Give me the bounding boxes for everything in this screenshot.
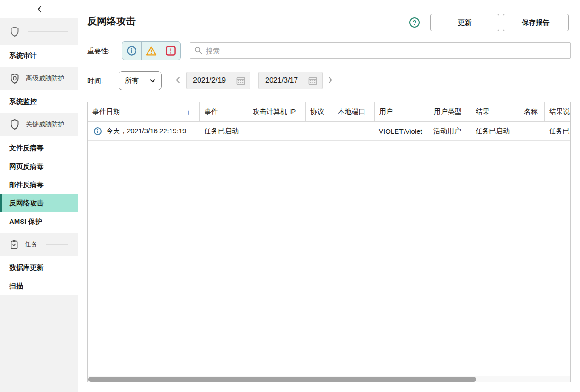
next-period-button[interactable] bbox=[328, 76, 333, 85]
search-icon bbox=[194, 46, 202, 54]
scrollbar-thumb[interactable] bbox=[88, 377, 476, 382]
sidebar-item-database-update[interactable]: 数据库更新 bbox=[0, 258, 78, 277]
save-report-button[interactable]: 保存报告 bbox=[503, 14, 569, 31]
sidebar-item-label: 扫描 bbox=[9, 282, 23, 290]
cell-user: VIOLET\Violet bbox=[374, 127, 429, 135]
sidebar-item-file-antivirus[interactable]: 文件反病毒 bbox=[0, 139, 78, 157]
table-row[interactable]: 今天，2021/3/16 22:19:19 任务已启动 VIOLET\Viole… bbox=[88, 122, 571, 141]
column-header-result[interactable]: 结果 bbox=[471, 102, 519, 121]
sidebar-item-mail-antivirus[interactable]: 邮件反病毒 bbox=[0, 176, 78, 194]
sidebar-item-label: 反网络攻击 bbox=[9, 199, 44, 208]
column-header-result-description[interactable]: 结果说明 bbox=[544, 102, 571, 121]
sidebar-item-label: 网页反病毒 bbox=[9, 162, 44, 171]
cell-result-description: 任务已启动 bbox=[544, 127, 571, 136]
cell-user-type: 活动用户 bbox=[429, 127, 471, 136]
help-glyph: ? bbox=[413, 19, 417, 26]
sidebar-item-label: 高级威胁防护 bbox=[26, 74, 64, 83]
sidebar-footer bbox=[0, 295, 78, 392]
date-from-field[interactable]: 2021/2/19 bbox=[186, 72, 250, 89]
severity-warning-filter-button[interactable] bbox=[141, 42, 160, 60]
column-header-user[interactable]: 用户 bbox=[374, 102, 429, 121]
severity-filter-group bbox=[122, 41, 181, 60]
sidebar-item-amsi-protection[interactable]: AMSI 保护 bbox=[0, 212, 78, 231]
column-header-attacker-ip[interactable]: 攻击计算机 IP bbox=[248, 102, 305, 121]
shield-badge-icon bbox=[10, 73, 19, 84]
sidebar-item-label: 数据库更新 bbox=[9, 263, 44, 272]
sidebar-item-label: 文件反病毒 bbox=[9, 144, 44, 153]
date-to-value: 2021/3/17 bbox=[265, 76, 298, 85]
date-to-field[interactable]: 2021/3/17 bbox=[258, 72, 323, 89]
sidebar-item-label: 邮件反病毒 bbox=[9, 181, 44, 189]
sidebar-item-system-audit[interactable]: 系统审计 bbox=[0, 45, 78, 67]
severity-info-filter-button[interactable] bbox=[122, 42, 141, 60]
column-header-protocol[interactable]: 协议 bbox=[305, 102, 333, 121]
sidebar-item-critical-threat-protection[interactable]: 关键威胁防护 bbox=[0, 113, 78, 136]
section-divider bbox=[28, 31, 68, 32]
help-icon[interactable]: ? bbox=[409, 17, 420, 28]
column-header-event[interactable]: 事件 bbox=[199, 102, 248, 121]
section-divider bbox=[46, 244, 68, 245]
sidebar-item-label: 系统审计 bbox=[9, 51, 37, 60]
info-circle-icon bbox=[126, 45, 137, 56]
clipboard-check-icon bbox=[10, 239, 18, 250]
sidebar: 系统审计 高级威胁防护 系统监控 关键威胁防护 文件反病毒 网页反病毒 邮件反病… bbox=[0, 0, 78, 392]
horizontal-scrollbar[interactable] bbox=[88, 376, 570, 382]
cell-event: 任务已启动 bbox=[199, 127, 248, 136]
severity-critical-filter-button[interactable] bbox=[161, 42, 180, 60]
time-period-dropdown[interactable]: 所有 bbox=[119, 71, 162, 90]
chevron-left-icon bbox=[37, 6, 42, 13]
events-table: 事件日期 ↓ 事件 攻击计算机 IP 协议 本地端口 用户 用户类型 结果 名称… bbox=[87, 102, 571, 382]
sidebar-item-web-antivirus[interactable]: 网页反病毒 bbox=[0, 157, 78, 176]
date-from-value: 2021/2/19 bbox=[193, 76, 226, 85]
sidebar-collapse-button[interactable] bbox=[0, 0, 78, 18]
cell-event-date: 今天，2021/3/16 22:19:19 bbox=[88, 127, 199, 136]
cell-result: 任务已启动 bbox=[471, 127, 519, 136]
importance-label: 重要性: bbox=[87, 47, 110, 56]
sort-descending-icon[interactable]: ↓ bbox=[187, 108, 191, 116]
info-severity-icon bbox=[93, 127, 102, 136]
calendar-icon bbox=[236, 76, 245, 85]
main-content: 反网络攻击 ? 更新 保存报告 重要性: bbox=[78, 0, 580, 392]
shield-icon bbox=[10, 26, 19, 37]
tasks-section-header: 任务 bbox=[0, 233, 78, 256]
sidebar-item-label: 系统监控 bbox=[9, 97, 37, 106]
tasks-section-label: 任务 bbox=[25, 240, 38, 249]
warning-triangle-icon bbox=[146, 46, 157, 56]
sidebar-item-advanced-threat-protection[interactable]: 高级威胁防护 bbox=[0, 67, 78, 90]
sidebar-item-system-monitoring[interactable]: 系统监控 bbox=[0, 90, 78, 113]
previous-period-button[interactable] bbox=[176, 76, 180, 85]
shield-badge-icon bbox=[10, 119, 19, 130]
chevron-right-icon bbox=[328, 76, 333, 84]
calendar-icon bbox=[308, 76, 317, 85]
table-header-row: 事件日期 ↓ 事件 攻击计算机 IP 协议 本地端口 用户 用户类型 结果 名称… bbox=[88, 102, 571, 122]
critical-square-icon bbox=[166, 46, 176, 56]
update-button[interactable]: 更新 bbox=[430, 14, 499, 31]
sidebar-item-scan[interactable]: 扫描 bbox=[0, 277, 78, 295]
time-period-value: 所有 bbox=[125, 76, 139, 85]
search-box bbox=[190, 42, 571, 59]
time-label: 时间: bbox=[87, 77, 103, 85]
sidebar-item-label: AMSI 保护 bbox=[9, 217, 42, 226]
protection-section-header bbox=[0, 18, 78, 45]
chevron-left-icon bbox=[176, 76, 180, 84]
sidebar-item-network-attack-blocker[interactable]: 反网络攻击 bbox=[0, 194, 78, 212]
column-header-event-date[interactable]: 事件日期 ↓ bbox=[88, 102, 199, 121]
sidebar-item-label: 关键威胁防护 bbox=[26, 120, 64, 129]
event-date-text: 今天，2021/3/16 22:19:19 bbox=[106, 127, 186, 136]
column-header-local-port[interactable]: 本地端口 bbox=[333, 102, 374, 121]
search-input[interactable] bbox=[190, 42, 571, 59]
page-title: 反网络攻击 bbox=[87, 15, 136, 28]
column-header-user-type[interactable]: 用户类型 bbox=[429, 102, 471, 121]
column-header-name[interactable]: 名称 bbox=[519, 102, 544, 121]
chevron-down-icon bbox=[150, 79, 155, 83]
